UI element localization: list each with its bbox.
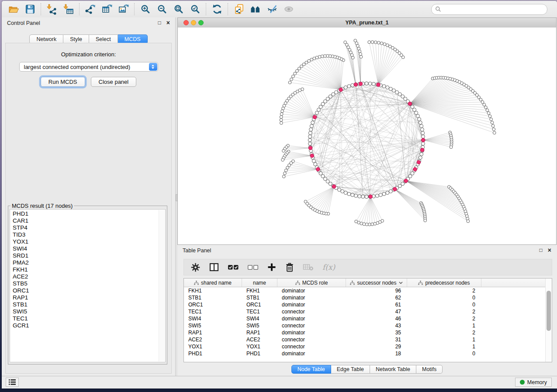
cell-successor-nodes: 61 bbox=[346, 301, 407, 308]
close-table-panel-icon[interactable]: × bbox=[548, 248, 551, 253]
cell-shared-name: ACE2 bbox=[184, 336, 242, 343]
table-settings-button[interactable] bbox=[190, 262, 201, 272]
cell-predecessor-nodes: 2 bbox=[407, 287, 481, 294]
delete-row-button[interactable] bbox=[285, 262, 294, 272]
mcds-result-node[interactable]: STB1 bbox=[13, 301, 158, 308]
table-row[interactable]: TEC1TEC1connector472 bbox=[184, 308, 552, 315]
open-file-button[interactable] bbox=[5, 2, 22, 16]
deselect-all-button[interactable] bbox=[247, 263, 259, 272]
first-neighbors-button[interactable] bbox=[247, 2, 264, 16]
columns-icon bbox=[209, 262, 219, 272]
close-panel-icon[interactable]: × bbox=[166, 20, 170, 25]
mcds-result-node[interactable]: PMA2 bbox=[13, 259, 158, 266]
import-network-button[interactable] bbox=[44, 2, 60, 16]
add-row-button[interactable] bbox=[267, 262, 277, 272]
close-panel-button[interactable]: Close panel bbox=[91, 77, 137, 87]
export-table-button[interactable] bbox=[99, 2, 115, 16]
table-row[interactable]: ACE2ACE2connector311 bbox=[184, 336, 552, 343]
mcds-result-node[interactable]: RAP1 bbox=[13, 294, 158, 301]
table-scrollbar-track[interactable] bbox=[545, 279, 552, 362]
search-box[interactable] bbox=[431, 4, 547, 15]
export-image-button[interactable] bbox=[115, 2, 132, 16]
function-builder-button[interactable]: f(x) bbox=[322, 263, 335, 272]
network-canvas[interactable] bbox=[178, 28, 556, 244]
zoom-in-button[interactable] bbox=[137, 2, 154, 16]
mcds-result-node[interactable]: FKH1 bbox=[13, 266, 158, 273]
mcds-result-node[interactable]: SWI5 bbox=[13, 308, 158, 315]
table-row[interactable]: RAP1RAP1dominator352 bbox=[184, 329, 552, 336]
mcds-result-node[interactable]: STB5 bbox=[13, 280, 158, 287]
table-scrollbar-thumb[interactable] bbox=[547, 291, 551, 331]
node-table[interactable]: shared namenameMCDS rolesuccessor nodesp… bbox=[183, 278, 552, 362]
cell-name: YOX1 bbox=[242, 343, 277, 350]
float-panel-icon[interactable]: □ bbox=[158, 20, 161, 25]
tab-network-table[interactable]: Network Table bbox=[370, 365, 416, 374]
float-table-panel-icon[interactable]: □ bbox=[540, 248, 543, 253]
mcds-result-node[interactable]: TID3 bbox=[13, 231, 158, 238]
zoom-out-button[interactable] bbox=[154, 2, 170, 16]
show-panels-button[interactable] bbox=[6, 378, 19, 387]
table-row[interactable]: PHD1PHD1dominator180 bbox=[184, 350, 552, 357]
column-header-predecessor-nodes[interactable]: predecessor nodes bbox=[407, 279, 481, 287]
cell-name: ORC1 bbox=[242, 301, 277, 308]
table-row[interactable]: FKH1FKH1dominator962 bbox=[184, 287, 552, 294]
cell-predecessor-nodes: 1 bbox=[407, 322, 481, 329]
select-all-button[interactable] bbox=[228, 263, 239, 272]
result-scrollbar-track[interactable] bbox=[159, 210, 165, 361]
cell-shared-name: SWI5 bbox=[184, 322, 242, 329]
cell-successor-nodes: 62 bbox=[346, 294, 407, 301]
column-header-name[interactable]: name bbox=[242, 279, 277, 287]
table-row[interactable]: ORC1ORC1dominator610 bbox=[184, 301, 552, 308]
tab-edge-table[interactable]: Edge Table bbox=[331, 365, 370, 374]
mcds-result-node[interactable]: TEC1 bbox=[13, 315, 158, 322]
cell-predecessor-nodes: 1 bbox=[407, 343, 481, 350]
memory-button[interactable]: Memory bbox=[515, 378, 552, 387]
table-row[interactable]: SWI5SWI5connector431 bbox=[184, 322, 552, 329]
table-row[interactable]: YOX1YOX1connector291 bbox=[184, 343, 552, 350]
save-session-button[interactable] bbox=[22, 2, 38, 16]
mcds-result-title: MCDS result (17 nodes) bbox=[10, 203, 74, 209]
run-mcds-button[interactable]: Run MCDS bbox=[41, 77, 85, 87]
show-all-button[interactable] bbox=[280, 2, 297, 16]
mcds-result-node[interactable]: ACE2 bbox=[13, 273, 158, 280]
table-row[interactable]: SWI4SWI4dominator462 bbox=[184, 315, 552, 322]
zoom-fit-button[interactable] bbox=[170, 2, 187, 16]
criterion-select[interactable]: largest connected component (undirected) bbox=[19, 62, 158, 72]
refresh-icon bbox=[211, 3, 223, 15]
export-network-button[interactable] bbox=[82, 2, 99, 16]
show-columns-button[interactable] bbox=[209, 262, 219, 272]
plus-icon bbox=[267, 262, 277, 272]
cell-MCDS-role: connector bbox=[277, 322, 346, 329]
search-input[interactable] bbox=[443, 5, 547, 14]
new-network-from-selection-button[interactable] bbox=[231, 2, 247, 16]
mcds-result-node[interactable]: PHD1 bbox=[13, 210, 158, 217]
mcds-result-node[interactable]: GCR1 bbox=[13, 322, 158, 329]
mcds-result-node[interactable]: ORC1 bbox=[13, 287, 158, 294]
zoom-fit-icon bbox=[173, 3, 184, 15]
close-window-icon[interactable] bbox=[183, 20, 189, 25]
mcds-result-node[interactable]: SWI4 bbox=[13, 245, 158, 252]
delete-table-button[interactable] bbox=[303, 263, 314, 272]
maximize-window-icon[interactable] bbox=[198, 20, 204, 25]
clone-network-icon bbox=[233, 3, 245, 15]
optimization-criterion-label: Optimization criterion: bbox=[6, 51, 171, 58]
tab-motifs[interactable]: Motifs bbox=[416, 365, 443, 374]
zoom-selected-button[interactable] bbox=[187, 2, 204, 16]
minimize-window-icon[interactable] bbox=[191, 20, 196, 25]
column-header-MCDS-role[interactable]: MCDS role bbox=[277, 279, 346, 287]
mcds-result-node[interactable]: CAR1 bbox=[13, 217, 158, 224]
column-header-successor-nodes[interactable]: successor nodes bbox=[346, 279, 407, 287]
import-table-button[interactable] bbox=[60, 2, 77, 16]
network-titlebar[interactable]: YPA_prune.txt_1 bbox=[178, 18, 556, 28]
mcds-result-node[interactable]: STP4 bbox=[13, 224, 158, 231]
cell-successor-nodes: 18 bbox=[346, 350, 407, 357]
hide-selected-button[interactable] bbox=[264, 2, 280, 16]
tab-node-table[interactable]: Node Table bbox=[291, 365, 331, 374]
mcds-result-node[interactable]: SRD1 bbox=[13, 252, 158, 259]
mcds-result-node[interactable]: YOX1 bbox=[13, 238, 158, 245]
column-header-shared-name[interactable]: shared name bbox=[184, 279, 242, 287]
apply-layout-button[interactable] bbox=[209, 2, 225, 16]
mcds-result-list[interactable]: PHD1CAR1STP4TID3YOX1SWI4SRD1PMA2FKH1ACE2… bbox=[13, 210, 158, 361]
table-row[interactable]: STB1STB1dominator620 bbox=[184, 294, 552, 301]
cell-successor-nodes: 29 bbox=[346, 343, 407, 350]
